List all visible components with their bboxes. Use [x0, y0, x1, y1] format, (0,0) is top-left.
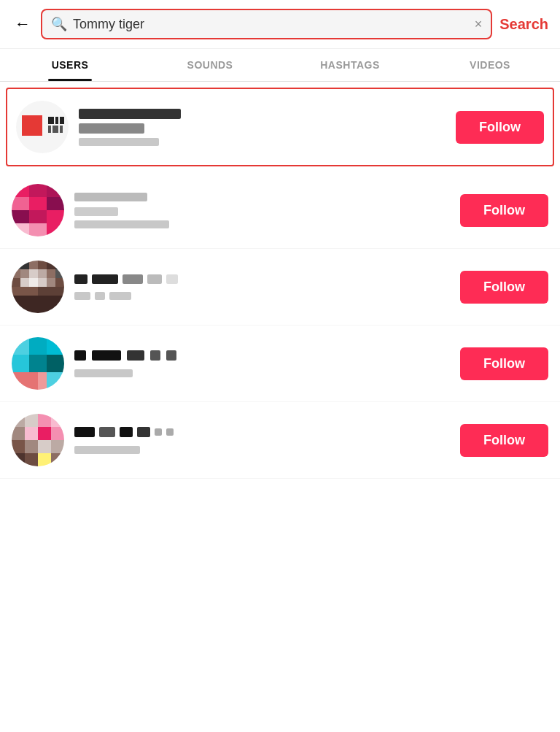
svg-rect-31 [38, 269, 47, 278]
user-info [74, 350, 450, 377]
svg-rect-4 [60, 117, 64, 124]
follow-button[interactable]: Follow [460, 347, 548, 380]
svg-rect-30 [29, 269, 38, 278]
svg-rect-19 [29, 223, 47, 236]
follow-button[interactable]: Follow [460, 194, 548, 227]
clear-button[interactable]: × [475, 17, 483, 32]
svg-rect-41 [38, 287, 64, 296]
username-bar2 [74, 207, 118, 216]
username-bar [79, 109, 181, 119]
username-bar2 [99, 427, 115, 437]
svg-rect-34 [12, 278, 20, 287]
svg-rect-52 [47, 372, 64, 390]
user-item: Follow [0, 325, 560, 402]
tab-users[interactable]: USERS [0, 49, 140, 81]
svg-rect-22 [12, 261, 20, 269]
username-bar5 [166, 350, 176, 361]
svg-rect-56 [38, 414, 51, 427]
username-bar5 [155, 428, 162, 436]
user-list: Follow [0, 88, 560, 479]
avatar [12, 337, 64, 390]
svg-rect-2 [48, 117, 54, 124]
displayname-bar3 [109, 292, 131, 300]
user-item: Follow [0, 249, 560, 325]
svg-rect-5 [48, 126, 51, 133]
user-info [79, 109, 446, 146]
svg-rect-44 [12, 337, 29, 355]
svg-rect-25 [38, 261, 47, 269]
svg-rect-6 [52, 126, 58, 133]
displayname-bar [74, 292, 90, 300]
svg-rect-10 [29, 184, 47, 197]
displayname-bar [79, 138, 159, 146]
username-bar4 [150, 350, 160, 361]
svg-rect-47 [12, 355, 29, 372]
svg-rect-46 [47, 337, 64, 355]
svg-rect-59 [25, 427, 38, 440]
svg-rect-27 [55, 261, 64, 269]
username-bar6 [166, 428, 174, 436]
tab-bar: USERS SOUNDS HASHTAGS VIDEOS [0, 49, 560, 82]
svg-rect-55 [25, 414, 38, 427]
svg-rect-9 [12, 184, 29, 197]
tab-hashtags[interactable]: HASHTAGS [280, 49, 420, 81]
displayname-bar2 [95, 292, 105, 300]
username-bar3 [122, 274, 143, 284]
svg-rect-18 [12, 223, 29, 236]
svg-rect-20 [47, 223, 64, 236]
tab-sounds[interactable]: SOUNDS [140, 49, 280, 81]
username-bar4 [137, 427, 150, 437]
svg-rect-65 [51, 440, 64, 453]
follow-button[interactable]: Follow [460, 271, 548, 304]
displayname-bar [74, 446, 140, 454]
svg-rect-38 [47, 278, 55, 287]
back-button[interactable]: ← [12, 12, 34, 36]
tab-videos[interactable]: VIDEOS [420, 49, 560, 81]
svg-rect-40 [12, 287, 38, 296]
user-item: Follow [0, 172, 560, 249]
avatar [12, 261, 64, 313]
svg-rect-14 [47, 197, 64, 210]
svg-rect-54 [12, 414, 25, 427]
user-info [74, 274, 450, 300]
svg-rect-37 [38, 278, 47, 287]
svg-rect-49 [47, 355, 64, 372]
svg-rect-50 [12, 372, 38, 390]
svg-rect-67 [25, 453, 38, 466]
username-bar3 [127, 350, 144, 361]
svg-rect-11 [47, 184, 64, 197]
displayname-bar [74, 369, 133, 377]
search-input[interactable] [73, 17, 469, 32]
svg-rect-16 [29, 210, 47, 223]
follow-button[interactable]: Follow [456, 111, 544, 144]
svg-rect-58 [12, 427, 25, 440]
svg-rect-13 [29, 197, 47, 210]
header: ← 🔍 × Search [0, 0, 560, 49]
svg-rect-29 [20, 269, 29, 278]
svg-rect-57 [51, 414, 64, 427]
username-bar [74, 350, 86, 361]
svg-rect-1 [22, 115, 42, 136]
user-info [74, 427, 450, 454]
search-button[interactable]: Search [499, 16, 548, 33]
username-bar2 [92, 350, 121, 361]
svg-rect-36 [29, 278, 38, 287]
svg-rect-45 [29, 337, 47, 355]
username-bar4 [147, 274, 162, 284]
username-bar3 [120, 427, 133, 437]
user-item: Follow [0, 402, 560, 479]
svg-rect-7 [60, 126, 63, 133]
username-bar [74, 193, 147, 201]
svg-rect-12 [12, 197, 29, 210]
search-box: 🔍 × [41, 9, 492, 39]
displayname-bar [74, 220, 169, 228]
avatar [16, 101, 69, 153]
svg-rect-42 [12, 296, 64, 313]
svg-rect-61 [51, 427, 64, 440]
svg-rect-69 [51, 453, 64, 466]
svg-rect-66 [12, 453, 25, 466]
username-bar [74, 427, 95, 437]
username-bar [74, 274, 88, 284]
avatar [12, 414, 64, 466]
follow-button[interactable]: Follow [460, 424, 548, 457]
